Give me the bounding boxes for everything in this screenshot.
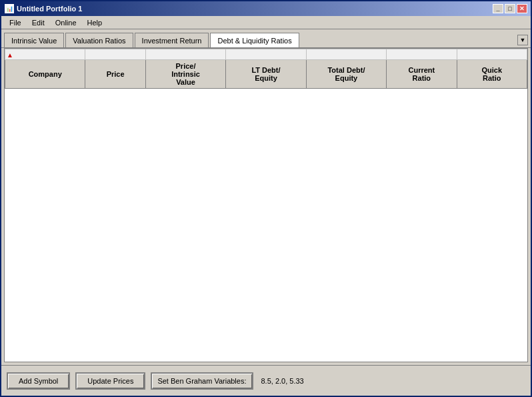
col-total-debt[interactable]: Total Debt/Equity: [306, 60, 386, 89]
tab-dropdown-button[interactable]: ▼: [517, 35, 528, 45]
col-price[interactable]: Price: [85, 60, 145, 89]
menu-help[interactable]: Help: [82, 18, 108, 27]
title-bar-left: 📊 Untitled Portfolio 1: [5, 4, 82, 13]
minimize-button[interactable]: _: [493, 4, 503, 13]
header-row: Company Price Price/IntrinsicValue LT De…: [5, 60, 527, 89]
sort-cell-price: [85, 49, 145, 60]
sort-cell-cr: [387, 49, 457, 60]
main-window: 📊 Untitled Portfolio 1 _ □ ✕ File Edit O…: [0, 0, 532, 397]
sort-row: ▲: [5, 49, 527, 60]
table-wrapper: ▲ Company Price Price/IntrinsicValue LT: [5, 49, 527, 206]
sort-cell-td: [306, 49, 386, 60]
menu-bar: File Edit Online Help: [1, 16, 531, 29]
sort-icon: ▲: [7, 51, 13, 59]
sort-cell: ▲: [5, 49, 85, 60]
content-area: ▲ Company Price Price/IntrinsicValue LT: [4, 48, 528, 362]
col-price-intrinsic[interactable]: Price/IntrinsicValue: [145, 60, 225, 89]
menu-file[interactable]: File: [4, 18, 27, 27]
empty-data-area: [5, 206, 527, 362]
update-prices-button[interactable]: Update Prices: [75, 372, 145, 390]
col-lt-debt[interactable]: LT Debt/Equity: [226, 60, 306, 89]
title-bar: 📊 Untitled Portfolio 1 _ □ ✕: [1, 1, 531, 16]
sort-cell-ltd: [226, 49, 306, 60]
menu-edit[interactable]: Edit: [27, 18, 50, 27]
tab-valuation-ratios[interactable]: Valuation Ratios: [65, 33, 133, 47]
data-table: ▲ Company Price Price/IntrinsicValue LT: [5, 49, 527, 89]
sort-cell-piv: [145, 49, 225, 60]
tab-investment-return[interactable]: Investment Return: [135, 33, 209, 47]
col-current-ratio[interactable]: CurrentRatio: [387, 60, 457, 89]
tab-debt-liquidity-ratios[interactable]: Debt & Liquidity Ratios: [210, 33, 299, 47]
col-quick-ratio[interactable]: QuickRatio: [457, 60, 527, 89]
add-symbol-button[interactable]: Add Symbol: [7, 372, 70, 390]
tab-bar: Intrinsic Value Valuation Ratios Investm…: [1, 29, 531, 48]
graham-values: 8.5, 2.0, 5.33: [261, 377, 304, 385]
title-bar-buttons: _ □ ✕: [493, 4, 527, 13]
menu-online[interactable]: Online: [50, 18, 82, 27]
close-button[interactable]: ✕: [517, 4, 527, 13]
sort-cell-qr: [457, 49, 527, 60]
bottom-bar: Add Symbol Update Prices Set Ben Graham …: [1, 365, 531, 396]
set-graham-variables-button[interactable]: Set Ben Graham Variables:: [151, 372, 253, 390]
maximize-button[interactable]: □: [505, 4, 515, 13]
window-title: Untitled Portfolio 1: [17, 5, 82, 13]
tab-intrinsic-value[interactable]: Intrinsic Value: [4, 33, 64, 47]
col-company[interactable]: Company: [5, 60, 85, 89]
app-icon: 📊: [5, 4, 14, 13]
